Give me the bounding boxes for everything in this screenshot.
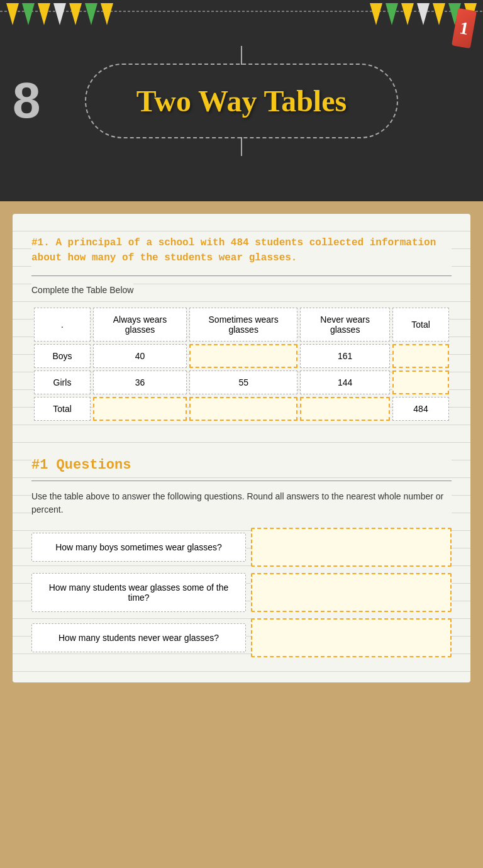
questions-subtitle: Use the table above to answer the follow… [31,489,452,518]
question-1-label: How many boys sometimes wear glasses? [31,533,246,562]
row-boys-always: 40 [93,344,187,368]
main-title: Two Way Tables [136,84,347,118]
svg-marker-4 [53,3,66,25]
header-never-wears: Never wears glasses [300,308,390,342]
question1-title: #1. A principal of a school with 484 stu… [31,233,452,268]
row-girls-label: Girls [34,370,91,394]
questions-divider [31,481,452,481]
row-girls-sometimes: 55 [189,370,297,394]
header-blank: . [34,308,91,342]
table-row-girls: Girls 36 55 144 [34,370,449,394]
row-boys-total-input[interactable] [392,344,449,368]
complete-label: Complete the Table Below [31,284,133,296]
svg-marker-1 [6,3,19,25]
chalk-number: 8 [13,78,41,123]
row-boys-never: 161 [300,344,390,368]
question-2-answer[interactable] [251,573,452,612]
row-boys-label: Boys [34,344,91,368]
table-row-total: Total 484 [34,397,449,421]
svg-marker-7 [101,3,113,25]
row-total-label: Total [34,397,91,421]
svg-marker-12 [433,3,445,25]
two-way-table: . Always wears glasses Sometimes wears g… [31,305,452,423]
svg-marker-9 [386,3,398,25]
row-girls-always: 36 [93,370,187,394]
table-header-row: . Always wears glasses Sometimes wears g… [34,308,449,342]
question-2-label: How many students wear glasses some of t… [31,573,246,612]
question-divider [31,275,452,276]
question-row-1: How many boys sometimes wear glasses? [31,528,452,567]
svg-marker-5 [69,3,82,25]
header-total: Total [392,308,449,342]
svg-marker-2 [22,3,35,25]
questions-title: #1 Questions [31,455,452,476]
row-girls-never: 144 [300,370,390,394]
table-row-boys: Boys 40 161 [34,344,449,368]
question-3-answer[interactable] [251,618,452,657]
svg-marker-11 [417,3,430,25]
bunting-decoration [0,0,483,50]
chalkboard-header: 8 Two Way Tables 1 [0,0,483,201]
row-total-never-input[interactable] [300,397,390,421]
svg-marker-10 [401,3,414,25]
svg-marker-8 [370,3,382,25]
question-3-label: How many students never wear glasses? [31,623,246,652]
svg-marker-6 [85,3,97,25]
header-sometimes-wears: Sometimes wears glasses [189,308,297,342]
title-frame: Two Way Tables [85,64,398,138]
row-girls-total-input[interactable] [392,370,449,394]
paper-panel: #1. A principal of a school with 484 stu… [13,214,470,682]
svg-marker-3 [38,3,50,25]
question-row-3: How many students never wear glasses? [31,618,452,657]
content-area: #1. A principal of a school with 484 stu… [0,201,483,868]
header-always-wears: Always wears glasses [93,308,187,342]
row-total-sometimes-input[interactable] [189,397,297,421]
row-total-always-input[interactable] [93,397,187,421]
question-row-2: How many students wear glasses some of t… [31,573,452,612]
row-total-grand: 484 [392,397,449,421]
row-boys-sometimes-input[interactable] [189,344,297,368]
question-1-answer[interactable] [251,528,452,567]
